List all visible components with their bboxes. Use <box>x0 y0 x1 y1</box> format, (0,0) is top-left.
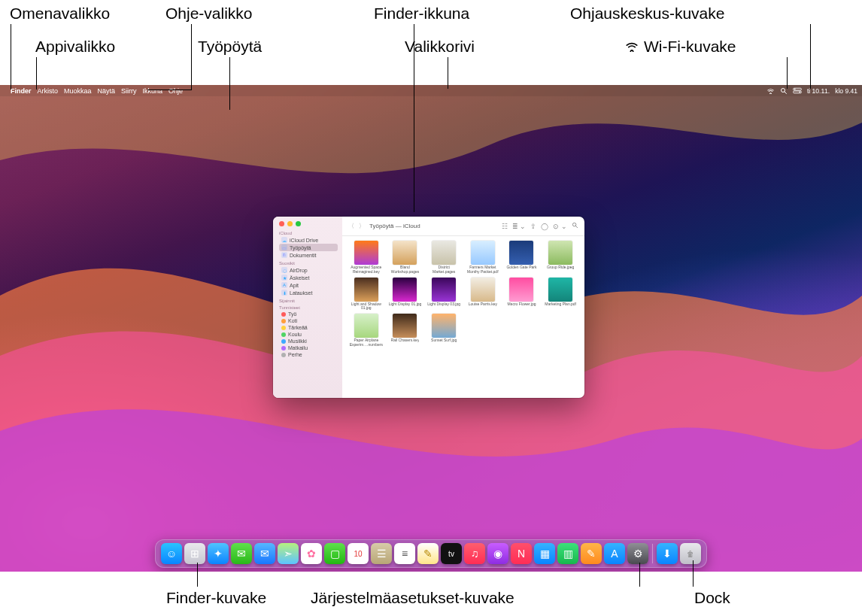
tags-icon[interactable]: ◯ <box>541 223 548 230</box>
file-item[interactable]: Light and Shadow 01.jpg <box>348 278 384 311</box>
file-item[interactable]: Sunset Surf.jpg <box>426 314 462 347</box>
dock-podcasts-icon[interactable]: ◉ <box>487 543 508 564</box>
file-name: Farmers Market Monthy Packet.pdf <box>466 266 500 275</box>
label-appivalikko: Appivalikko <box>35 38 115 56</box>
finder-content: Augmented Space Reimagined.keyBland Work… <box>342 236 584 398</box>
dock-trash-icon[interactable]: 🗑 <box>680 543 701 564</box>
sidebar-item-label: AirDrop <box>290 268 308 273</box>
dock-reminders-icon[interactable]: ≡ <box>394 543 415 564</box>
download-icon: ⬇ <box>281 290 287 296</box>
control-center-icon[interactable] <box>793 87 802 94</box>
dock-messages-icon[interactable]: ✉ <box>231 543 252 564</box>
menu-ohje[interactable]: Ohje <box>168 87 183 95</box>
file-item[interactable]: Light Display 03.jpg <box>426 278 462 311</box>
sidebar-item-matkailu[interactable]: Matkailu <box>279 344 338 351</box>
view-columns-icon[interactable]: ≣ ⌄ <box>512 223 527 230</box>
file-item[interactable]: Farmers Market Monthy Packet.pdf <box>465 241 501 275</box>
menu-muokkaa[interactable]: Muokkaa <box>64 87 92 95</box>
dock-news-icon[interactable]: N <box>511 543 532 564</box>
minimize-button[interactable] <box>287 221 293 226</box>
label-finderikkuna: Finder-ikkuna <box>374 5 469 23</box>
dock-launchpad-icon[interactable]: ⊞ <box>184 543 205 564</box>
sidebar-item-icloud-drive[interactable]: ☁iCloud Drive <box>279 236 338 244</box>
dock-music-icon[interactable]: ♫ <box>464 543 485 564</box>
dock-pages-icon[interactable]: ✎ <box>581 543 602 564</box>
actions-icon[interactable]: ⊙ ⌄ <box>553 223 567 230</box>
dock-maps-icon[interactable]: ➣ <box>278 543 299 564</box>
dock: ☺⊞✦✉✉➣✿▢10☰≡✎tv♫◉N▦▥✎A⚙⬇🗑 <box>155 539 707 568</box>
sidebar-item-perhe[interactable]: Perhe <box>279 351 338 358</box>
back-button[interactable]: 〈 <box>348 222 354 230</box>
file-item[interactable]: Louise Parris.key <box>465 278 501 311</box>
file-thumbnail-icon <box>354 314 378 338</box>
sidebar-section-head: Tunnisteet <box>279 305 338 310</box>
view-icons-icon[interactable]: ☷ <box>502 223 508 230</box>
sidebar-item-äskeiset[interactable]: ★Äskeiset <box>279 274 338 281</box>
sidebar-item-airdrop[interactable]: ◌AirDrop <box>279 266 338 274</box>
menu-nayta[interactable]: Näytä <box>98 87 116 95</box>
sidebar-item-lataukset[interactable]: ⬇Lataukset <box>279 289 338 296</box>
sidebar-item-musiikki[interactable]: Musiikki <box>279 338 338 344</box>
finder-window[interactable]: iCloud☁iCloud Drive▭Työpöytä🗎DokumentitS… <box>273 217 584 398</box>
dock-photos-icon[interactable]: ✿ <box>301 543 322 564</box>
file-thumbnail-icon <box>432 314 456 338</box>
sidebar-item-apit[interactable]: AApit <box>279 281 338 289</box>
menu-siirry[interactable]: Siirry <box>121 87 137 95</box>
dock-appstore-icon[interactable]: A <box>604 543 625 564</box>
menubar-time[interactable]: klo 9.41 <box>835 87 857 95</box>
dock-tv-icon[interactable]: tv <box>441 543 462 564</box>
file-name: Macro Flower.jpg <box>507 302 536 307</box>
dock-facetime-icon[interactable]: ▢ <box>324 543 345 564</box>
wifi-status-icon[interactable] <box>766 87 775 94</box>
sidebar-item-tärkeää[interactable]: Tärkeää <box>279 324 338 331</box>
file-name: Golden Gate Park <box>506 266 536 270</box>
file-item[interactable]: Paper Airplane Experim….numbers <box>348 314 384 347</box>
dock-downloads-icon[interactable]: ⬇ <box>657 543 678 564</box>
menu-arkisto[interactable]: Arkisto <box>38 87 59 95</box>
file-item[interactable]: Golden Gate Park <box>504 241 540 275</box>
label-dock: Dock <box>694 589 730 607</box>
sidebar-item-label: Musiikki <box>288 338 307 344</box>
sidebar-item-label: Koulu <box>288 332 302 337</box>
file-item[interactable]: Bland Workshop.pages <box>387 241 423 275</box>
dock-safari-icon[interactable]: ✦ <box>208 543 229 564</box>
dock-contacts-icon[interactable]: ☰ <box>371 543 392 564</box>
close-button[interactable] <box>279 221 284 226</box>
doc-icon: 🗎 <box>281 252 287 258</box>
app-menu[interactable]: Finder <box>11 87 32 95</box>
svg-point-3 <box>794 89 796 90</box>
dock-calendar-icon[interactable]: 10 <box>348 543 369 564</box>
dock-numbers-icon[interactable]: ▥ <box>557 543 578 564</box>
file-item[interactable]: District Market.pages <box>426 241 462 275</box>
dock-mail-icon[interactable]: ✉ <box>254 543 275 564</box>
search-icon[interactable] <box>572 222 578 230</box>
sidebar-item-dokumentit[interactable]: 🗎Dokumentit <box>279 251 338 259</box>
sidebar-item-koti[interactable]: Koti <box>279 317 338 324</box>
file-name: Group Ride.jpeg <box>547 266 574 270</box>
dock-systempreferences-icon[interactable]: ⚙ <box>627 543 648 564</box>
file-item[interactable]: Augmented Space Reimagined.key <box>348 241 384 275</box>
file-item[interactable]: Macro Flower.jpg <box>504 278 540 311</box>
file-item[interactable]: Light Display 01.jpg <box>387 278 423 311</box>
file-item[interactable]: Marketing Plan.pdf <box>542 278 578 311</box>
file-item[interactable]: Group Ride.jpeg <box>542 241 578 275</box>
zoom-button[interactable] <box>296 221 301 226</box>
svg-point-5 <box>799 92 800 93</box>
sidebar-item-työ[interactable]: Työ <box>279 311 338 317</box>
sidebar-item-koulu[interactable]: Koulu <box>279 331 338 338</box>
desktop: Finder Arkisto Muokkaa Näytä Siirry Ikku… <box>0 85 862 572</box>
file-item[interactable]: Rail Chasers.key <box>387 314 423 347</box>
sidebar-item-työpöytä[interactable]: ▭Työpöytä <box>279 244 338 251</box>
file-thumbnail-icon <box>393 314 417 338</box>
desktop-icon: ▭ <box>281 244 287 250</box>
dock-container: ☺⊞✦✉✉➣✿▢10☰≡✎tv♫◉N▦▥✎A⚙⬇🗑 <box>0 539 862 568</box>
recent-icon: ★ <box>281 275 287 281</box>
dock-keynote-icon[interactable]: ▦ <box>534 543 555 564</box>
share-icon[interactable]: ⇪ <box>530 223 536 230</box>
fwd-button[interactable]: 〉 <box>359 222 365 230</box>
dock-finder-icon[interactable]: ☺ <box>161 543 182 564</box>
menu-ikkuna[interactable]: Ikkuna <box>143 87 163 95</box>
label-ohjauskeskus: Ohjauskeskus-kuvake <box>570 5 724 23</box>
sidebar-section-head: Suosikit <box>279 261 338 266</box>
dock-notes-icon[interactable]: ✎ <box>417 543 439 564</box>
